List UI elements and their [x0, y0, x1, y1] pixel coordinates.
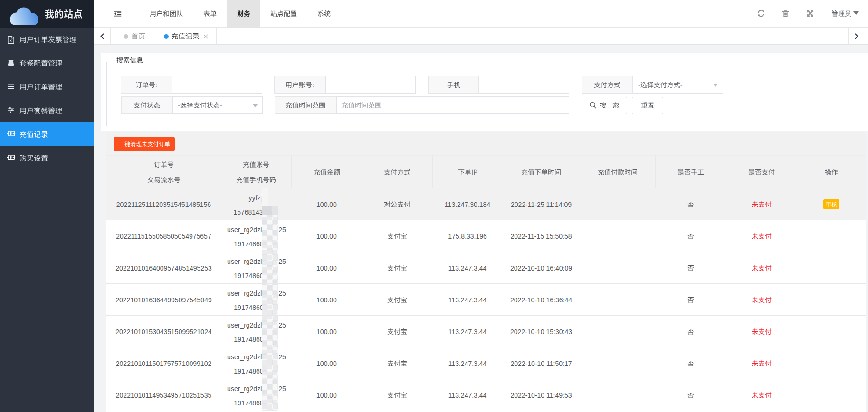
svg-text:1: 1	[10, 156, 12, 159]
svg-text:1: 1	[10, 132, 12, 135]
